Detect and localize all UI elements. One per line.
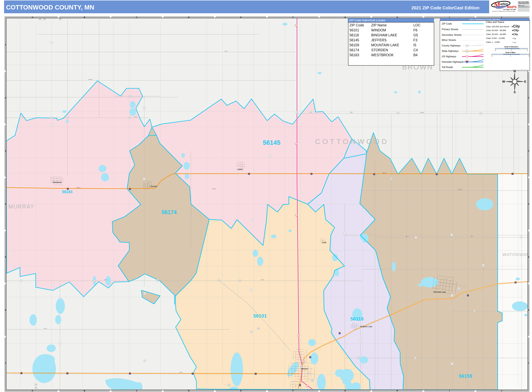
svg-text:13: 13 xyxy=(301,366,302,367)
svg-text:13: 13 xyxy=(157,280,158,281)
svg-text:I: I xyxy=(449,16,450,19)
svg-text:123: 123 xyxy=(466,45,468,46)
svg-text:2: 2 xyxy=(529,55,530,57)
svg-text:19: 19 xyxy=(35,384,37,385)
svg-text:71: 71 xyxy=(307,386,308,387)
svg-text:City: City xyxy=(513,29,519,32)
svg-text:56174: 56174 xyxy=(350,48,359,52)
svg-text:56101: 56101 xyxy=(253,313,267,319)
svg-text:5: 5 xyxy=(144,360,145,362)
svg-text:4: 4 xyxy=(5,203,6,205)
svg-text:W: W xyxy=(502,80,505,83)
svg-text:16: 16 xyxy=(474,310,475,312)
svg-text:CR-3: CR-3 xyxy=(471,236,473,237)
svg-text:2: 2 xyxy=(344,233,345,234)
svg-text:10: 10 xyxy=(67,117,68,118)
svg-text:200th St: 200th St xyxy=(420,112,424,113)
svg-text:5: 5 xyxy=(144,107,145,109)
svg-text:13: 13 xyxy=(358,357,359,359)
svg-text:B4: B4 xyxy=(413,53,418,57)
svg-text:10: 10 xyxy=(310,112,311,113)
svg-text:22: 22 xyxy=(239,280,241,281)
svg-text:7: 7 xyxy=(52,284,53,286)
svg-text:MURRAY: MURRAY xyxy=(9,204,34,210)
svg-text:F: F xyxy=(292,16,294,19)
svg-text:56118: 56118 xyxy=(350,316,364,322)
svg-text:62: 62 xyxy=(67,373,68,374)
svg-text:H: H xyxy=(397,16,398,19)
svg-text:56159: 56159 xyxy=(350,43,359,47)
svg-text:LOC: LOC xyxy=(413,23,420,27)
svg-text:60: 60 xyxy=(310,357,311,358)
svg-text:27: 27 xyxy=(458,288,459,289)
svg-text:Storden: Storden xyxy=(151,185,157,187)
svg-text:13: 13 xyxy=(250,331,252,332)
svg-text:310th St: 310th St xyxy=(458,189,462,190)
svg-text:4: 4 xyxy=(252,219,253,221)
svg-text:56101: 56101 xyxy=(350,28,359,32)
svg-text:ZIP Code: ZIP Code xyxy=(350,23,364,27)
svg-text:2021 ZIP Code ColorCast Editio: 2021 ZIP Code ColorCast Edition xyxy=(411,5,479,10)
svg-text:County Highways: County Highways xyxy=(442,44,461,47)
svg-text:E: E xyxy=(240,16,242,19)
svg-text:I5: I5 xyxy=(413,43,416,47)
svg-text:30: 30 xyxy=(129,188,131,190)
svg-text:7: 7 xyxy=(5,362,6,364)
svg-text:EMAIL US AT:: EMAIL US AT: xyxy=(518,5,525,6)
svg-text:Jeffers: Jeffers xyxy=(238,168,243,171)
svg-text:1: 1 xyxy=(452,363,453,364)
svg-text:56183: 56183 xyxy=(62,190,73,194)
svg-text:CR-62: CR-62 xyxy=(179,372,182,373)
svg-text:71: 71 xyxy=(296,215,297,216)
svg-text:62: 62 xyxy=(255,373,256,374)
svg-text:56159: 56159 xyxy=(459,373,472,379)
svg-text:City: City xyxy=(513,37,516,39)
svg-text:F3: F3 xyxy=(413,38,417,42)
svg-text:2: 2 xyxy=(528,97,529,99)
svg-text:WESTBROOK: WESTBROOK xyxy=(371,53,394,57)
svg-text:20: 20 xyxy=(39,18,41,20)
svg-text:CALL US TOLL FREE!: CALL US TOLL FREE! xyxy=(518,1,528,3)
svg-text:280th St: 280th St xyxy=(383,173,386,173)
svg-text:2: 2 xyxy=(527,49,528,51)
svg-text:Interstate Highways: Interstate Highways xyxy=(442,61,463,63)
svg-text:60: 60 xyxy=(515,282,516,283)
svg-text:17: 17 xyxy=(397,112,399,114)
svg-text:Cities and Towns: Cities and Towns xyxy=(486,21,504,23)
svg-text:JEFFERS: JEFFERS xyxy=(371,38,387,42)
svg-text:0: 0 xyxy=(491,55,492,57)
svg-text:4: 4 xyxy=(269,155,270,157)
svg-text:30: 30 xyxy=(436,173,437,175)
svg-text:Cities 25,000 - 49,999: Cities 25,000 - 49,999 xyxy=(486,33,506,35)
svg-text:6: 6 xyxy=(5,309,6,311)
svg-text:US Highways: US Highways xyxy=(442,55,456,58)
svg-text:Cities 100,000 and Above: Cities 100,000 and Above xyxy=(486,25,509,28)
svg-text:13: 13 xyxy=(94,280,96,282)
svg-text:1: 1 xyxy=(510,55,511,57)
svg-text:F6: F6 xyxy=(413,28,417,32)
svg-text:G5: G5 xyxy=(413,33,418,37)
svg-text:8: 8 xyxy=(483,265,484,266)
svg-text:123: 123 xyxy=(466,62,468,63)
svg-text:60: 60 xyxy=(467,295,469,296)
svg-text:BINGHAM LAKE: BINGHAM LAKE xyxy=(371,33,397,37)
svg-text:310th St: 310th St xyxy=(212,188,216,189)
svg-text:Minor Streets: Minor Streets xyxy=(442,39,456,41)
svg-text:MAPS: MAPS xyxy=(507,5,517,9)
svg-text:2: 2 xyxy=(360,340,361,341)
svg-text:Cities 5,000 - 24,999: Cities 5,000 - 24,999 xyxy=(486,37,505,39)
svg-text:J: J xyxy=(501,16,502,19)
svg-text:62: 62 xyxy=(129,373,131,374)
svg-text:CR-15: CR-15 xyxy=(44,328,47,329)
svg-text:6: 6 xyxy=(21,280,22,281)
svg-text:56174: 56174 xyxy=(162,209,177,215)
svg-text:G: G xyxy=(345,16,346,19)
svg-text:arket: arket xyxy=(500,2,508,6)
svg-text:62: 62 xyxy=(21,373,22,374)
svg-text:ZIP Code Index/Grid Locator: ZIP Code Index/Grid Locator xyxy=(349,19,386,22)
svg-text:State Highways: State Highways xyxy=(442,50,458,52)
svg-text:250th St: 250th St xyxy=(76,187,80,188)
svg-text:C: C xyxy=(136,16,137,19)
svg-text:MOUNTAIN LAKE: MOUNTAIN LAKE xyxy=(371,43,399,47)
svg-text:7: 7 xyxy=(60,343,60,345)
